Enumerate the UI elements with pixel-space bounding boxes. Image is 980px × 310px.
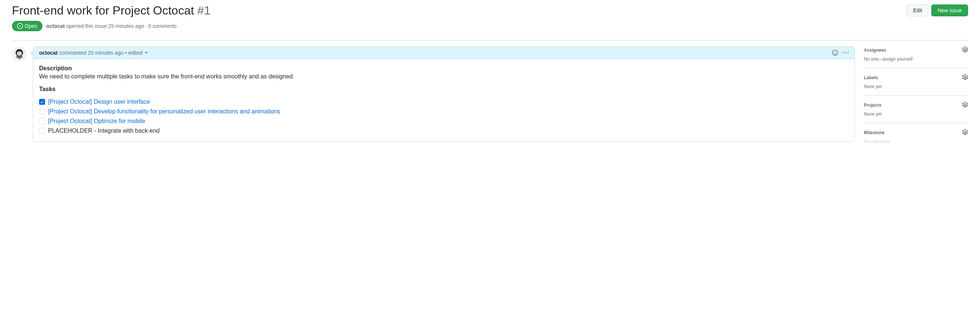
- task-checkbox[interactable]: [39, 99, 45, 105]
- assignees-settings-button[interactable]: [962, 46, 968, 54]
- comment-box: octocat commented 25 minutes ago • edite…: [33, 46, 855, 142]
- comment-edited-label[interactable]: edited: [129, 50, 143, 56]
- issue-meta: octocat opened this issue 25 minutes ago…: [46, 23, 177, 29]
- milestone-settings-button[interactable]: [962, 129, 968, 136]
- task-checkbox[interactable]: [39, 128, 45, 134]
- task-text: PLACEHOLDER - Integrate with back-end: [48, 128, 160, 134]
- comment-action-text: commented: [59, 50, 86, 56]
- comment-time[interactable]: 25 minutes ago: [88, 50, 124, 56]
- edited-dropdown-icon[interactable]: [145, 52, 148, 54]
- description-text: We need to complete multiple tasks to ma…: [39, 73, 849, 80]
- gear-icon: [962, 129, 968, 135]
- assignees-title: Assignees: [864, 47, 886, 53]
- gear-icon: [962, 101, 968, 108]
- projects-settings-button[interactable]: [962, 101, 968, 109]
- gear-icon: [962, 74, 968, 80]
- comment-caret: [30, 51, 33, 57]
- kebab-icon: [843, 50, 849, 56]
- milestone-value: No milestone: [864, 139, 968, 144]
- issue-title-text: Front-end work for Project Octocat: [12, 4, 194, 17]
- task-item: [Project Octocat] Develop functionality …: [39, 107, 849, 116]
- task-link[interactable]: [Project Octocat] Develop functionality …: [48, 108, 280, 115]
- octocat-avatar-icon: [12, 46, 27, 61]
- author-avatar[interactable]: [12, 46, 27, 61]
- issue-open-icon: [17, 23, 23, 29]
- labels-title: Labels: [864, 75, 878, 80]
- check-icon: [40, 100, 44, 104]
- comment-menu-button[interactable]: [843, 50, 849, 56]
- header-divider: [12, 40, 968, 41]
- new-issue-button[interactable]: New issue: [931, 5, 968, 16]
- task-list: [Project Octocat] Design user interface …: [39, 97, 849, 136]
- labels-settings-button[interactable]: [962, 74, 968, 81]
- tasks-heading: Tasks: [39, 86, 849, 93]
- projects-value: None yet: [864, 112, 968, 117]
- issue-number: #1: [197, 4, 211, 17]
- milestone-title: Milestone: [864, 130, 884, 135]
- add-reaction-button[interactable]: [832, 50, 838, 56]
- issue-state-badge: Open: [12, 21, 43, 31]
- assign-yourself-link[interactable]: assign yourself: [883, 57, 913, 62]
- task-item: [Project Octocat] Design user interface: [39, 97, 849, 107]
- issue-author-link[interactable]: octocat: [46, 23, 65, 29]
- comment-author-link[interactable]: octocat: [39, 50, 58, 56]
- task-item: PLACEHOLDER - Integrate with back-end: [39, 126, 849, 136]
- smiley-icon: [832, 50, 838, 56]
- task-link[interactable]: [Project Octocat] Optimize for mobile: [48, 118, 145, 125]
- svg-point-5: [18, 52, 19, 53]
- task-link[interactable]: [Project Octocat] Design user interface: [48, 98, 150, 105]
- issue-title: Front-end work for Project Octocat #1: [12, 3, 211, 18]
- gear-icon: [962, 46, 968, 52]
- svg-point-6: [21, 52, 21, 53]
- projects-title: Projects: [864, 103, 881, 108]
- issue-state-text: Open: [25, 23, 37, 29]
- comment-count: 0 comments: [148, 23, 177, 29]
- task-checkbox[interactable]: [39, 118, 45, 124]
- description-heading: Description: [39, 65, 849, 72]
- assignees-value: No one—assign yourself: [864, 57, 968, 62]
- task-checkbox[interactable]: [39, 109, 45, 114]
- edit-button[interactable]: Edit: [907, 5, 928, 16]
- task-item: [Project Octocat] Optimize for mobile: [39, 116, 849, 126]
- svg-point-2: [17, 51, 22, 56]
- labels-value: None yet: [864, 84, 968, 89]
